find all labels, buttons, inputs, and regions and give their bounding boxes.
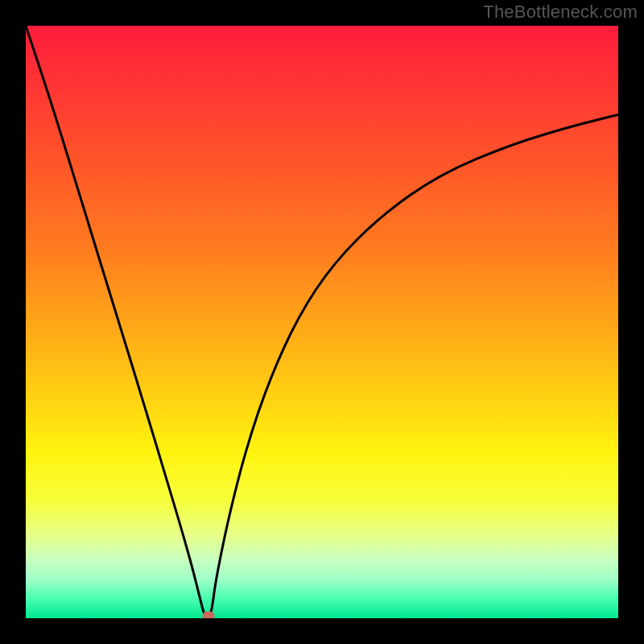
- curve-path: [26, 26, 618, 618]
- chart-frame: TheBottleneck.com: [0, 0, 644, 644]
- watermark-text: TheBottleneck.com: [483, 2, 638, 23]
- minimum-marker: [202, 612, 214, 619]
- plot-area: [26, 26, 618, 618]
- bottleneck-curve: [26, 26, 618, 618]
